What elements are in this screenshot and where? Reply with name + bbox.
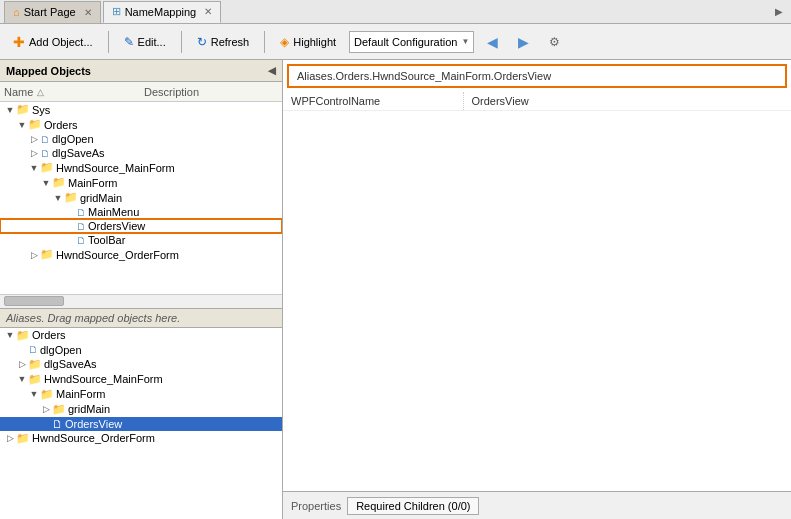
ordersview-label: OrdersView	[86, 220, 145, 232]
aliases-tree-item-mainform[interactable]: ▼ 📁 MainForm	[0, 387, 282, 402]
required-children-tab[interactable]: Required Children (0/0)	[347, 497, 479, 515]
dlgopen-toggle[interactable]: ▷	[28, 134, 40, 144]
aliases-dlgsaveas-icon: 📁	[28, 358, 42, 371]
tree-item-ordersview[interactable]: 🗋 OrdersView	[0, 219, 282, 233]
dlgsaveas-toggle[interactable]: ▷	[28, 148, 40, 158]
mainmenu-label: MainMenu	[86, 206, 139, 218]
namemapping-icon: ⊞	[112, 5, 121, 18]
aliases-orders-icon: 📁	[16, 329, 30, 342]
highlight-button[interactable]: ◈ Highlight	[273, 31, 343, 53]
hwndsource-orderform-toggle[interactable]: ▷	[28, 250, 40, 260]
tree-item-dlgsaveas[interactable]: ▷ 🗋 dlgSaveAs	[0, 146, 282, 160]
tree-item-hwndsource-mainform[interactable]: ▼ 📁 HwndSource_MainForm	[0, 160, 282, 175]
tab-namemapping-close[interactable]: ✕	[204, 6, 212, 17]
aliases-mainform-icon: 📁	[40, 388, 54, 401]
aliases-tree-item-gridmain[interactable]: ▷ 📁 gridMain	[0, 402, 282, 417]
orders-toggle[interactable]: ▼	[16, 120, 28, 130]
toolbar-sep-2	[181, 31, 182, 53]
hwndsource-orderform-label: HwndSource_OrderForm	[54, 249, 179, 261]
mainform-toggle[interactable]: ▼	[40, 178, 52, 188]
toolbar-icon: 🗋	[76, 235, 86, 246]
right-panel: Aliases.Orders.HwndSource_MainForm.Order…	[283, 60, 791, 519]
tab-start-page-label: Start Page	[24, 6, 76, 18]
tree-item-mainform[interactable]: ▼ 📁 MainForm	[0, 175, 282, 190]
aliases-tree[interactable]: ▼ 📁 Orders 🗋 dlgOpen ▷ 📁 dlgSaveAs	[0, 328, 282, 520]
tree-name-label: Name	[4, 86, 33, 98]
sys-toggle[interactable]: ▼	[4, 105, 16, 115]
dlgsaveas-icon: 🗋	[40, 148, 50, 159]
sys-folder-icon: 📁	[16, 103, 30, 116]
tree-scrollbar-x[interactable]	[0, 294, 282, 308]
aliases-dlgsaveas-label: dlgSaveAs	[42, 358, 97, 370]
aliases-dlgsaveas-toggle[interactable]: ▷	[16, 359, 28, 369]
left-panel: Mapped Objects ◀ Name △ Description ▼ 📁 …	[0, 60, 283, 519]
nav-forward-icon: ▶	[518, 34, 529, 50]
dlgsaveas-label: dlgSaveAs	[50, 147, 105, 159]
prop-name-wpfcontrolname: WPFControlName	[283, 92, 463, 111]
mainmenu-toggle[interactable]	[64, 207, 76, 217]
dlgopen-label: dlgOpen	[50, 133, 94, 145]
highlight-label: Highlight	[293, 36, 336, 48]
nav-forward-button[interactable]: ▶	[511, 30, 536, 54]
mapped-objects-title: Mapped Objects	[6, 65, 91, 77]
orders-folder-icon: 📁	[28, 118, 42, 131]
scroll-thumb[interactable]	[4, 296, 64, 306]
ordersview-toggle[interactable]	[64, 221, 76, 231]
gridmain-toggle[interactable]: ▼	[52, 193, 64, 203]
tab-start-page[interactable]: ⌂ Start Page ✕	[4, 1, 101, 23]
mainform-folder-icon: 📁	[52, 176, 66, 189]
aliases-header-label: Aliases. Drag mapped objects here.	[6, 312, 180, 324]
aliases-gridmain-toggle[interactable]: ▷	[40, 404, 52, 414]
tree-item-hwndsource-orderform[interactable]: ▷ 📁 HwndSource_OrderForm	[0, 247, 282, 262]
tab-namemapping[interactable]: ⊞ NameMapping ✕	[103, 1, 222, 23]
add-icon: ✚	[13, 34, 25, 50]
tree-item-gridmain[interactable]: ▼ 📁 gridMain	[0, 190, 282, 205]
mainmenu-icon: 🗋	[76, 207, 86, 218]
tree-item-toolbar[interactable]: 🗋 ToolBar	[0, 233, 282, 247]
aliases-hwndsource-label: HwndSource_MainForm	[42, 373, 163, 385]
panel-collapse-btn[interactable]: ◀	[268, 65, 276, 76]
start-page-icon: ⌂	[13, 6, 20, 18]
config-dropdown-arrow: ▼	[461, 37, 469, 46]
aliases-dlgopen-toggle[interactable]	[16, 345, 28, 355]
tree-item-sys[interactable]: ▼ 📁 Sys	[0, 102, 282, 117]
hwndsource-toggle[interactable]: ▼	[28, 163, 40, 173]
mapped-objects-tree[interactable]: ▼ 📁 Sys ▼ 📁 Orders ▷ 🗋 dlgOpen ▷	[0, 102, 282, 294]
properties-table: WPFControlName OrdersView	[283, 92, 791, 111]
dlgopen-icon: 🗋	[40, 134, 50, 145]
tree-item-orders[interactable]: ▼ 📁 Orders	[0, 117, 282, 132]
tree-header: Name △ Description	[0, 82, 282, 102]
aliases-hwndsource-toggle[interactable]: ▼	[16, 374, 28, 384]
aliases-tree-item-dlgopen[interactable]: 🗋 dlgOpen	[0, 343, 282, 357]
refresh-label: Refresh	[211, 36, 250, 48]
add-object-button[interactable]: ✚ Add Object...	[6, 30, 100, 54]
edit-button[interactable]: ✎ Edit...	[117, 31, 173, 53]
tree-item-dlgopen[interactable]: ▷ 🗋 dlgOpen	[0, 132, 282, 146]
toolbar-tree-toggle[interactable]	[64, 235, 76, 245]
aliases-tree-item-orders[interactable]: ▼ 📁 Orders	[0, 328, 282, 343]
refresh-button[interactable]: ↻ Refresh	[190, 31, 257, 53]
tab-start-page-close[interactable]: ✕	[84, 7, 92, 18]
sys-label: Sys	[30, 104, 50, 116]
aliases-tree-item-hwndsource[interactable]: ▼ 📁 HwndSource_MainForm	[0, 372, 282, 387]
hwndsource-label: HwndSource_MainForm	[54, 162, 175, 174]
aliases-orders-toggle[interactable]: ▼	[4, 330, 16, 340]
toolbar-label: ToolBar	[86, 234, 125, 246]
prop-value-wpfcontrolname: OrdersView	[463, 92, 791, 111]
tree-item-mainmenu[interactable]: 🗋 MainMenu	[0, 205, 282, 219]
properties-label: Properties	[291, 500, 341, 512]
aliases-tree-item-ordersview[interactable]: 🗋 OrdersView	[0, 417, 282, 431]
aliases-gridmain-label: gridMain	[66, 403, 110, 415]
aliases-tree-item-dlgsaveas[interactable]: ▷ 📁 dlgSaveAs	[0, 357, 282, 372]
gear-icon: ⚙	[549, 35, 560, 49]
aliases-ordersview-toggle[interactable]	[40, 419, 52, 429]
aliases-hwndsource-orderform-toggle[interactable]: ▷	[4, 433, 16, 443]
tab-scroll-arrow[interactable]: ▶	[771, 6, 787, 17]
aliases-mainform-toggle[interactable]: ▼	[28, 389, 40, 399]
nav-back-button[interactable]: ◀	[480, 30, 505, 54]
aliases-tree-item-hwndsource-orderform[interactable]: ▷ 📁 HwndSource_OrderForm	[0, 431, 282, 446]
aliases-hwndsource-orderform-label: HwndSource_OrderForm	[30, 432, 155, 444]
config-dropdown[interactable]: Default Configuration ▼	[349, 31, 474, 53]
aliases-header: Aliases. Drag mapped objects here.	[0, 308, 282, 328]
gear-button[interactable]: ⚙	[542, 31, 567, 53]
